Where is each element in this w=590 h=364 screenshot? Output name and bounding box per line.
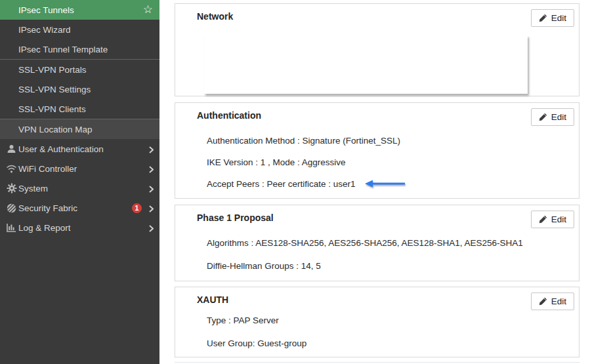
sidebar-item-label: Security Fabric: [18, 203, 77, 213]
accept-peers-text: Accept Peers : Peer certificate : user1: [207, 178, 406, 190]
edit-button-label: Edit: [551, 13, 566, 23]
auth-method-text: Authentication Method : Signature (Forti…: [207, 135, 400, 146]
card-title: Authentication: [197, 110, 261, 121]
sidebar-item-label: SSL-VPN Clients: [18, 104, 86, 114]
phase1-proposal-card: Phase 1 Proposal Edit Algorithms : AES12…: [175, 205, 579, 281]
chevron-right-icon: [149, 165, 154, 175]
dh-groups-text: Diffie-Hellman Groups : 14, 5: [207, 260, 321, 272]
sidebar-item-system[interactable]: System: [0, 178, 159, 198]
pencil-icon: [539, 215, 547, 224]
gear-icon: [5, 183, 18, 193]
sidebar-item-label: WiFi Controller: [18, 164, 77, 174]
authentication-card: Authentication Edit Authentication Metho…: [175, 102, 579, 199]
sidebar-item-security-fabric[interactable]: Security Fabric 1: [0, 198, 159, 218]
edit-authentication-button[interactable]: Edit: [531, 108, 574, 126]
tunnel-detail-panel: Network Edit Authentication Edit Authent…: [159, 0, 590, 364]
sidebar-item-label: IPsec Tunnels: [18, 5, 74, 15]
sidebar-item-sslvpn-settings[interactable]: SSL-VPN Settings: [0, 79, 159, 99]
edit-network-button[interactable]: Edit: [531, 9, 574, 27]
sidebar-item-label: IPsec Tunnel Template: [18, 45, 108, 54]
pencil-icon: [539, 113, 547, 121]
xauth-usergroup-text: User Group: Guest-group: [207, 338, 306, 349]
user-icon: [5, 144, 18, 154]
sidebar-item-label: VPN Location Map: [18, 125, 93, 134]
ike-version-text: IKE Version : 1 , Mode : Aggressive: [207, 157, 346, 168]
sidebar-item-sslvpn-clients[interactable]: SSL-VPN Clients: [0, 99, 159, 119]
sidebar-item-label: Log & Report: [18, 223, 71, 233]
card-title: Network: [197, 11, 233, 22]
chevron-right-icon: [149, 146, 154, 155]
edit-xauth-button[interactable]: Edit: [531, 293, 574, 310]
xauth-type-text: Type : PAP Server: [207, 315, 279, 326]
notification-badge: 1: [132, 203, 142, 213]
blue-left-arrow-icon: [365, 179, 406, 190]
edit-phase1-button[interactable]: Edit: [531, 211, 574, 228]
fortigate-vpn-page: IPsec Tunnels ☆ IPsec Wizard IPsec Tunne…: [0, 0, 590, 364]
card-title: XAUTH: [197, 294, 228, 305]
card-title: Phase 1 Proposal: [197, 212, 274, 223]
sidebar-item-label: SSL-VPN Settings: [18, 85, 91, 94]
chevron-right-icon: [149, 205, 154, 214]
xauth-card: XAUTH Edit Type : PAP Server User Group:…: [175, 287, 579, 357]
sidebar-item-ipsec-tunnels[interactable]: IPsec Tunnels ☆: [0, 0, 159, 20]
sidebar-item-log-report[interactable]: Log & Report: [0, 218, 159, 237]
sidebar-item-vpn-location-map[interactable]: VPN Location Map: [0, 119, 159, 139]
blank-overlay-panel: [204, 35, 528, 94]
sidebar-item-label: User & Authentication: [18, 144, 104, 154]
chevron-right-icon: [149, 224, 154, 234]
pencil-icon: [539, 297, 547, 306]
algorithms-text: Algorithms : AES128-SHA256, AES256-SHA25…: [207, 237, 523, 249]
star-outline-icon[interactable]: ☆: [143, 3, 153, 16]
bar-chart-icon: [5, 223, 18, 232]
sidebar: IPsec Tunnels ☆ IPsec Wizard IPsec Tunne…: [0, 0, 159, 364]
edit-button-label: Edit: [551, 214, 566, 224]
sidebar-item-ipsec-tunnel-template[interactable]: IPsec Tunnel Template: [0, 39, 159, 59]
sidebar-item-user-authentication[interactable]: User & Authentication: [0, 139, 159, 159]
sidebar-item-wifi-controller[interactable]: WiFi Controller: [0, 159, 159, 178]
edit-button-label: Edit: [551, 296, 566, 306]
sidebar-item-sslvpn-portals[interactable]: SSL-VPN Portals: [0, 60, 159, 79]
sidebar-item-label: SSL-VPN Portals: [18, 65, 87, 75]
accept-peers-value: Accept Peers : Peer certificate : user1: [207, 179, 356, 189]
sidebar-item-ipsec-wizard[interactable]: IPsec Wizard: [0, 20, 159, 39]
sidebar-item-label: System: [18, 184, 48, 193]
security-fabric-icon: [5, 203, 18, 213]
pencil-icon: [539, 14, 547, 22]
edit-button-label: Edit: [551, 112, 566, 122]
sidebar-item-label: IPsec Wizard: [18, 25, 71, 35]
network-card: Network Edit: [175, 3, 579, 96]
wifi-icon: [5, 165, 18, 173]
chevron-right-icon: [149, 185, 154, 195]
next-card-top-edge: [175, 362, 579, 363]
